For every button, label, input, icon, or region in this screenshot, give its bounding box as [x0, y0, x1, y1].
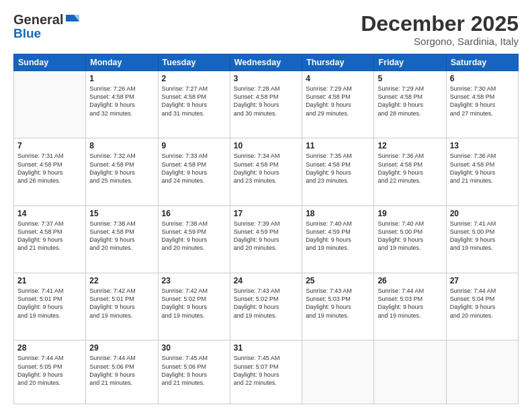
day-number: 19	[378, 209, 442, 218]
day-number: 7	[17, 141, 82, 150]
day-number: 28	[17, 343, 82, 353]
calendar-cell: 31Sunrise: 7:45 AMSunset: 5:07 PMDayligh…	[230, 340, 302, 404]
calendar-cell: 12Sunrise: 7:36 AMSunset: 4:58 PMDayligh…	[374, 138, 446, 205]
day-number: 18	[306, 209, 370, 218]
day-number: 26	[378, 276, 442, 285]
cell-content: Sunrise: 7:41 AMSunset: 5:00 PMDaylight:…	[450, 220, 515, 253]
calendar-cell: 10Sunrise: 7:34 AMSunset: 4:58 PMDayligh…	[230, 138, 302, 205]
day-number: 15	[89, 209, 154, 218]
cell-content: Sunrise: 7:36 AMSunset: 4:58 PMDaylight:…	[450, 152, 515, 185]
calendar-cell: 25Sunrise: 7:43 AMSunset: 5:03 PMDayligh…	[302, 273, 374, 340]
cell-content: Sunrise: 7:45 AMSunset: 5:06 PMDaylight:…	[162, 354, 226, 387]
day-number: 30	[162, 343, 226, 353]
day-number: 8	[89, 141, 154, 150]
cell-content: Sunrise: 7:28 AMSunset: 4:58 PMDaylight:…	[234, 85, 298, 118]
column-header-sunday: Sunday	[14, 54, 86, 71]
day-number: 20	[450, 209, 515, 218]
day-number: 3	[234, 74, 298, 83]
logo: General Blue	[13, 12, 79, 41]
calendar-cell: 9Sunrise: 7:33 AMSunset: 4:58 PMDaylight…	[158, 138, 230, 205]
calendar-cell: 28Sunrise: 7:44 AMSunset: 5:05 PMDayligh…	[14, 340, 86, 404]
day-number: 12	[378, 141, 442, 150]
day-number: 24	[234, 276, 298, 285]
day-number: 5	[378, 74, 442, 83]
cell-content: Sunrise: 7:43 AMSunset: 5:03 PMDaylight:…	[306, 287, 370, 320]
cell-content: Sunrise: 7:30 AMSunset: 4:58 PMDaylight:…	[450, 85, 515, 118]
cell-content: Sunrise: 7:44 AMSunset: 5:05 PMDaylight:…	[17, 354, 82, 387]
day-number: 29	[89, 343, 154, 353]
logo-flag-icon	[64, 15, 79, 26]
calendar-cell	[446, 340, 518, 404]
cell-content: Sunrise: 7:38 AMSunset: 4:59 PMDaylight:…	[162, 220, 226, 253]
page: General Blue December 2025 Sorgono, Sard…	[0, 0, 532, 411]
logo-general: General	[13, 12, 63, 28]
day-number: 14	[17, 209, 82, 218]
calendar-cell: 5Sunrise: 7:29 AMSunset: 4:58 PMDaylight…	[374, 71, 446, 138]
column-header-tuesday: Tuesday	[158, 54, 230, 71]
day-number: 16	[162, 209, 226, 218]
day-number: 2	[162, 74, 226, 83]
column-header-thursday: Thursday	[302, 54, 374, 71]
day-number: 11	[306, 141, 370, 150]
calendar-cell: 24Sunrise: 7:43 AMSunset: 5:02 PMDayligh…	[230, 273, 302, 340]
day-number: 21	[17, 276, 82, 285]
day-number: 23	[162, 276, 226, 285]
cell-content: Sunrise: 7:29 AMSunset: 4:58 PMDaylight:…	[378, 85, 442, 118]
calendar-week-2: 7Sunrise: 7:31 AMSunset: 4:58 PMDaylight…	[14, 138, 519, 205]
cell-content: Sunrise: 7:33 AMSunset: 4:58 PMDaylight:…	[162, 152, 226, 185]
cell-content: Sunrise: 7:31 AMSunset: 4:58 PMDaylight:…	[17, 152, 82, 185]
cell-content: Sunrise: 7:41 AMSunset: 5:01 PMDaylight:…	[17, 287, 82, 320]
cell-content: Sunrise: 7:42 AMSunset: 5:02 PMDaylight:…	[162, 287, 226, 320]
day-number: 6	[450, 74, 515, 83]
day-number: 9	[162, 141, 226, 150]
day-number: 27	[450, 276, 515, 285]
column-header-friday: Friday	[374, 54, 446, 71]
calendar-cell: 11Sunrise: 7:35 AMSunset: 4:58 PMDayligh…	[302, 138, 374, 205]
cell-content: Sunrise: 7:29 AMSunset: 4:58 PMDaylight:…	[306, 85, 370, 118]
day-number: 10	[234, 141, 298, 150]
calendar-cell: 6Sunrise: 7:30 AMSunset: 4:58 PMDaylight…	[446, 71, 518, 138]
day-number: 25	[306, 276, 370, 285]
cell-content: Sunrise: 7:40 AMSunset: 4:59 PMDaylight:…	[306, 220, 370, 253]
calendar-cell: 27Sunrise: 7:44 AMSunset: 5:04 PMDayligh…	[446, 273, 518, 340]
calendar-cell: 1Sunrise: 7:26 AMSunset: 4:58 PMDaylight…	[86, 71, 158, 138]
cell-content: Sunrise: 7:44 AMSunset: 5:06 PMDaylight:…	[89, 354, 154, 387]
cell-content: Sunrise: 7:27 AMSunset: 4:58 PMDaylight:…	[162, 85, 226, 118]
cell-content: Sunrise: 7:43 AMSunset: 5:02 PMDaylight:…	[234, 287, 298, 320]
day-number: 22	[89, 276, 154, 285]
cell-content: Sunrise: 7:44 AMSunset: 5:04 PMDaylight:…	[450, 287, 515, 320]
cell-content: Sunrise: 7:34 AMSunset: 4:58 PMDaylight:…	[234, 152, 298, 185]
calendar-cell: 7Sunrise: 7:31 AMSunset: 4:58 PMDaylight…	[14, 138, 86, 205]
header: General Blue December 2025 Sorgono, Sard…	[13, 12, 519, 47]
calendar-cell: 2Sunrise: 7:27 AMSunset: 4:58 PMDaylight…	[158, 71, 230, 138]
calendar-week-3: 14Sunrise: 7:37 AMSunset: 4:58 PMDayligh…	[14, 205, 519, 273]
cell-content: Sunrise: 7:40 AMSunset: 5:00 PMDaylight:…	[378, 220, 442, 253]
day-number: 4	[306, 74, 370, 83]
day-number: 17	[234, 209, 298, 218]
calendar-cell: 4Sunrise: 7:29 AMSunset: 4:58 PMDaylight…	[302, 71, 374, 138]
calendar-cell: 29Sunrise: 7:44 AMSunset: 5:06 PMDayligh…	[86, 340, 158, 404]
calendar-week-4: 21Sunrise: 7:41 AMSunset: 5:01 PMDayligh…	[14, 273, 519, 340]
cell-content: Sunrise: 7:38 AMSunset: 4:58 PMDaylight:…	[89, 220, 154, 253]
location: Sorgono, Sardinia, Italy	[361, 36, 519, 47]
calendar-cell: 18Sunrise: 7:40 AMSunset: 4:59 PMDayligh…	[302, 205, 374, 273]
calendar-cell	[302, 340, 374, 404]
calendar-cell: 26Sunrise: 7:44 AMSunset: 5:03 PMDayligh…	[374, 273, 446, 340]
column-header-wednesday: Wednesday	[230, 54, 302, 71]
day-number: 13	[450, 141, 515, 150]
calendar-cell	[374, 340, 446, 404]
calendar-cell: 16Sunrise: 7:38 AMSunset: 4:59 PMDayligh…	[158, 205, 230, 273]
calendar-cell: 23Sunrise: 7:42 AMSunset: 5:02 PMDayligh…	[158, 273, 230, 340]
column-header-monday: Monday	[86, 54, 158, 71]
cell-content: Sunrise: 7:44 AMSunset: 5:03 PMDaylight:…	[378, 287, 442, 320]
calendar-header-row: SundayMondayTuesdayWednesdayThursdayFrid…	[14, 54, 519, 71]
month-title: December 2025	[361, 12, 519, 36]
cell-content: Sunrise: 7:39 AMSunset: 4:59 PMDaylight:…	[234, 220, 298, 253]
cell-content: Sunrise: 7:37 AMSunset: 4:58 PMDaylight:…	[17, 220, 82, 253]
calendar-cell: 20Sunrise: 7:41 AMSunset: 5:00 PMDayligh…	[446, 205, 518, 273]
column-header-saturday: Saturday	[446, 54, 518, 71]
calendar-cell: 13Sunrise: 7:36 AMSunset: 4:58 PMDayligh…	[446, 138, 518, 205]
calendar-cell: 15Sunrise: 7:38 AMSunset: 4:58 PMDayligh…	[86, 205, 158, 273]
calendar-cell: 30Sunrise: 7:45 AMSunset: 5:06 PMDayligh…	[158, 340, 230, 404]
cell-content: Sunrise: 7:45 AMSunset: 5:07 PMDaylight:…	[234, 354, 298, 387]
